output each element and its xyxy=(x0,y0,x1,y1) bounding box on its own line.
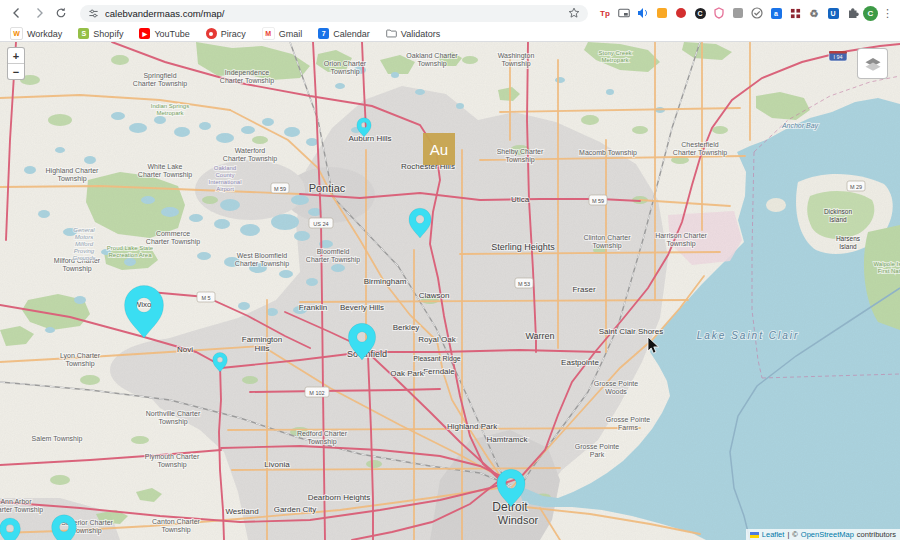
u-extension-icon[interactable]: U xyxy=(826,6,840,20)
bookmark-star-icon[interactable] xyxy=(568,7,580,19)
bookmark-label: Gmail xyxy=(279,29,303,39)
calendar-icon: 7 xyxy=(318,28,329,39)
leaflet-flag-icon xyxy=(750,532,759,538)
browser-toolbar: calebvandermaas.com/map/ TpCa♻U C ⋮ xyxy=(0,0,900,26)
bookmark-label: Piracy xyxy=(221,29,246,39)
gmail-icon: M xyxy=(262,27,275,40)
grid-extension-icon[interactable] xyxy=(788,6,802,20)
osm-link[interactable]: OpenStreetMap xyxy=(801,530,854,539)
au-marker-label: Au xyxy=(430,141,448,158)
zoom-in-button[interactable]: + xyxy=(8,48,24,63)
layers-control[interactable] xyxy=(857,48,888,79)
url-text[interactable]: calebvandermaas.com/map/ xyxy=(105,8,562,19)
pip-extension-icon[interactable] xyxy=(617,6,631,20)
reload-button[interactable] xyxy=(52,4,70,22)
map[interactable]: M 59M 59US 24M 53M 5M 102M 29I 94Springf… xyxy=(0,42,900,540)
bookmark-youtube[interactable]: ▶YouTube xyxy=(139,28,189,39)
bookmark-gmail[interactable]: MGmail xyxy=(262,27,303,40)
reload-icon xyxy=(55,7,67,19)
tp-extension-icon[interactable]: Tp xyxy=(598,6,612,20)
bookmark-label: Workday xyxy=(27,29,62,39)
translate-extension-icon[interactable]: a xyxy=(769,6,783,20)
bookmark-label: Shopify xyxy=(93,29,123,39)
leaflet-link[interactable]: Leaflet xyxy=(762,530,785,539)
attribution-separator: | xyxy=(787,530,789,539)
profile-avatar[interactable]: C xyxy=(863,6,878,21)
forward-button[interactable] xyxy=(30,4,48,22)
folder-icon xyxy=(386,28,397,39)
recycle-extension-icon[interactable]: ♻ xyxy=(807,6,821,20)
layers-icon xyxy=(864,55,882,73)
piracy-icon xyxy=(206,28,217,39)
bookmark-label: Validators xyxy=(401,29,440,39)
browser-menu-button[interactable]: ⋮ xyxy=(882,7,892,20)
map-canvas[interactable]: M 59M 59US 24M 53M 5M 102M 29I 94Springf… xyxy=(0,42,900,540)
bookmark-shopify[interactable]: SShopify xyxy=(78,28,123,39)
bookmark-piracy[interactable]: Piracy xyxy=(206,28,246,39)
extensions-row: TpCa♻U xyxy=(598,6,859,20)
map-zoom-control: + − xyxy=(7,47,25,80)
url-bar[interactable]: calebvandermaas.com/map/ xyxy=(80,5,588,22)
shield-extension-icon[interactable] xyxy=(712,6,726,20)
puzzle-extensions-icon[interactable] xyxy=(845,6,859,20)
bookmark-validators[interactable]: Validators xyxy=(386,28,440,39)
gray-extension-icon[interactable] xyxy=(731,6,745,20)
bookmarks-bar: WWorkdaySShopify▶YouTubePiracyMGmail7Cal… xyxy=(0,26,900,41)
back-icon xyxy=(11,7,23,19)
browser-chrome: calebvandermaas.com/map/ TpCa♻U C ⋮ WWor… xyxy=(0,0,900,42)
bookmark-calendar[interactable]: 7Calendar xyxy=(318,28,370,39)
bookmark-label: YouTube xyxy=(154,29,189,39)
bookmark-label: Calendar xyxy=(333,29,370,39)
back-button[interactable] xyxy=(8,4,26,22)
shopify-icon: S xyxy=(78,28,89,39)
red-circle-extension-icon[interactable] xyxy=(674,6,688,20)
audio-extension-icon[interactable] xyxy=(636,6,650,20)
site-controls-icon xyxy=(88,8,99,19)
copyright-symbol: © xyxy=(792,530,798,539)
workday-icon: W xyxy=(10,27,23,40)
forward-icon xyxy=(33,7,45,19)
au-marker[interactable]: Au xyxy=(423,133,455,165)
orange-extension-icon[interactable] xyxy=(655,6,669,20)
check-extension-icon[interactable] xyxy=(750,6,764,20)
youtube-icon: ▶ xyxy=(139,28,150,39)
zoom-out-button[interactable]: − xyxy=(8,63,24,79)
bookmark-workday[interactable]: WWorkday xyxy=(10,27,62,40)
map-attribution: Leaflet | © OpenStreetMap contributors xyxy=(746,529,900,540)
contributors-text: contributors xyxy=(857,530,896,539)
black-c-extension-icon[interactable]: C xyxy=(693,6,707,20)
